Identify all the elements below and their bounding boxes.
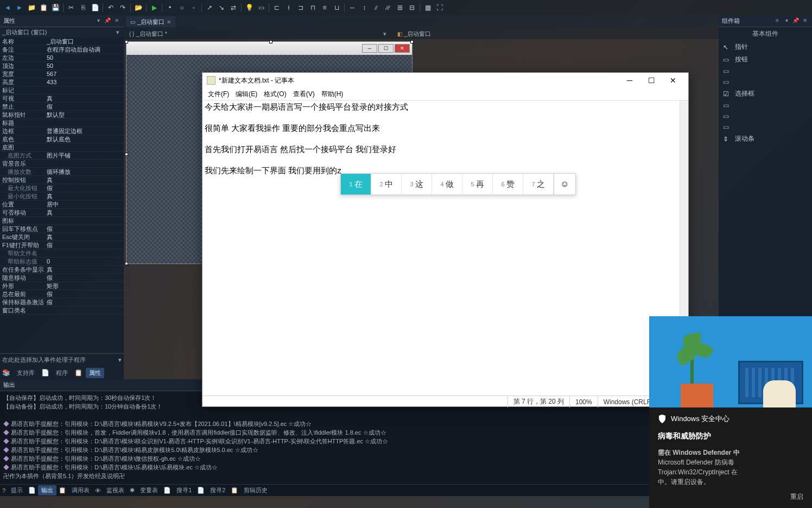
property-row[interactable]: F1键打开帮助假	[0, 241, 124, 249]
tab-search1[interactable]: 搜寻1	[173, 485, 195, 496]
cut-icon[interactable]: ✂	[66, 2, 77, 13]
run-icon[interactable]: ▶	[149, 2, 160, 13]
property-value[interactable]	[45, 249, 124, 257]
panel-close-icon[interactable]: ✕	[113, 17, 120, 25]
property-row[interactable]: Esc键关闭真	[0, 233, 124, 241]
component-item[interactable]: ▭	[719, 122, 812, 133]
property-row[interactable]: 标记	[0, 86, 124, 95]
maximize-button[interactable]: ☐	[640, 73, 662, 87]
windows-security-notification[interactable]: Windows 安全中心 病毒和威胁防护 需在 Windows Defender…	[649, 316, 812, 508]
property-value[interactable]: 循环播放	[45, 168, 124, 175]
property-value[interactable]: 50	[45, 62, 124, 70]
component-scrollbar[interactable]: ⇕滚动条	[719, 133, 812, 145]
menu-edit[interactable]: 编辑(E)	[232, 89, 261, 100]
property-row[interactable]: 可视真	[0, 95, 124, 103]
property-row[interactable]: 最小化按钮真	[0, 192, 124, 200]
property-value[interactable]: 默认底色	[45, 135, 124, 143]
break3-icon[interactable]: ◦	[188, 2, 199, 13]
property-row[interactable]: 播放次数循环播放	[0, 168, 124, 176]
property-value[interactable]: 50	[45, 54, 124, 61]
ime-candidate[interactable]: 3这	[402, 174, 432, 195]
back-icon[interactable]: ◄	[2, 2, 13, 13]
tab-cliphistory[interactable]: 剪辑历史	[240, 485, 271, 496]
property-value[interactable]: 真	[45, 95, 124, 102]
ime-candidate[interactable]: 1在	[341, 174, 371, 195]
ime-candidate[interactable]: 5再	[462, 174, 493, 195]
close-tab-icon[interactable]: ✕	[167, 19, 171, 25]
panel-dropdown-icon[interactable]: ▾	[94, 17, 102, 25]
component-item[interactable]: ▭	[719, 100, 812, 111]
paste-icon[interactable]: 📄	[90, 2, 100, 13]
property-value[interactable]: 真	[45, 192, 124, 200]
property-row[interactable]: 帮助标志值0	[0, 258, 124, 266]
folder-open-icon[interactable]: 📂	[133, 2, 144, 13]
property-value[interactable]: 矩形	[45, 282, 124, 290]
ime-emoji-button[interactable]: ☺	[554, 174, 575, 195]
close-button[interactable]: ✕	[395, 44, 410, 53]
property-value[interactable]: 假	[45, 225, 124, 233]
notepad-textarea[interactable]: 今天给大家讲一期易语言写一个接码平台登录的对接方式 很简单 大家看我操作 重要的…	[202, 100, 688, 396]
tab-support-lib[interactable]: 支持库	[14, 368, 38, 378]
step-over-icon[interactable]: ⇄	[228, 2, 239, 13]
minimize-button[interactable]: ─	[619, 73, 640, 87]
ime-candidate[interactable]: 2中	[371, 174, 402, 195]
property-row[interactable]: 可否移动真	[0, 209, 124, 217]
align-top-icon[interactable]: ⊓	[307, 2, 318, 13]
panel-pin-icon[interactable]: 📌	[104, 17, 111, 25]
property-value[interactable]: 普通固定边框	[45, 127, 124, 135]
property-value[interactable]: 假	[45, 274, 124, 281]
property-value[interactable]: 0	[45, 258, 124, 265]
ime-candidate[interactable]: 7之	[523, 174, 554, 195]
tab-watch[interactable]: 监视表	[103, 485, 128, 496]
redo-icon[interactable]: ↷	[117, 2, 128, 13]
step-in-icon[interactable]: ↘	[216, 2, 227, 13]
align-right-icon[interactable]: ⊐	[295, 2, 306, 13]
property-row[interactable]: 顶边50	[0, 62, 124, 70]
property-row[interactable]: 边框普通固定边框	[0, 127, 124, 135]
property-value[interactable]: 假	[45, 298, 124, 306]
property-row[interactable]: 外形矩形	[0, 282, 124, 290]
property-row[interactable]: 总在最前假	[0, 290, 124, 298]
tab-tips[interactable]: 提示	[8, 485, 26, 496]
property-row[interactable]: 鼠标指针默认型	[0, 111, 124, 119]
subtab-code[interactable]: { } _启动窗口 *	[126, 30, 170, 38]
property-row[interactable]: 最大化按钮假	[0, 184, 124, 192]
tab-output[interactable]: 输出	[38, 485, 56, 496]
menu-help[interactable]: 帮助(H)	[318, 89, 347, 100]
property-value[interactable]	[45, 119, 124, 127]
property-row[interactable]: 位置居中	[0, 200, 124, 209]
chevron-down-icon[interactable]: ▾	[383, 30, 386, 37]
property-value[interactable]: 假	[45, 184, 124, 192]
property-row[interactable]: 控制按钮真	[0, 176, 124, 184]
component-checkbox[interactable]: ☑选择框	[719, 87, 812, 100]
property-value[interactable]: 真	[45, 209, 124, 216]
tab-program[interactable]: 程序	[53, 368, 71, 378]
forward-icon[interactable]: ►	[14, 2, 25, 13]
property-row[interactable]: 图标	[0, 217, 124, 225]
undo-icon[interactable]: ↶	[105, 2, 116, 13]
tab-search2[interactable]: 搜寻2	[207, 485, 229, 496]
property-value[interactable]: 567	[45, 70, 124, 78]
copy-icon[interactable]: ⎘	[78, 2, 88, 13]
property-value[interactable]	[45, 160, 124, 167]
size6-icon[interactable]: ⊟	[407, 2, 417, 13]
tab-calltable[interactable]: 调用表	[68, 485, 93, 496]
component-item[interactable]: ▭	[719, 77, 812, 87]
property-row[interactable]: 左边50	[0, 54, 124, 62]
panel-menu-icon[interactable]: ≡	[773, 17, 781, 25]
component-item[interactable]: ▭	[719, 66, 812, 77]
property-value[interactable]: 居中	[45, 200, 124, 208]
property-value[interactable]: 假	[45, 103, 124, 110]
close-button[interactable]: ✕	[662, 73, 684, 87]
property-value[interactable]: 433	[45, 78, 124, 86]
notepad-titlebar[interactable]: *新建文本文档.txt - 记事本 ─ ☐ ✕	[202, 73, 688, 88]
property-row[interactable]: 名称_启动窗口	[0, 37, 124, 46]
property-row[interactable]: 回车下移焦点假	[0, 225, 124, 233]
menu-file[interactable]: 文件(F)	[205, 89, 232, 100]
property-row[interactable]: 高度433	[0, 78, 124, 86]
size3-icon[interactable]: ⫽	[371, 2, 382, 13]
property-row[interactable]: 帮助文件名	[0, 249, 124, 258]
size5-icon[interactable]: ⊞	[395, 2, 405, 13]
property-value[interactable]: 图片平铺	[45, 152, 124, 159]
property-row[interactable]: 宽度567	[0, 70, 124, 78]
